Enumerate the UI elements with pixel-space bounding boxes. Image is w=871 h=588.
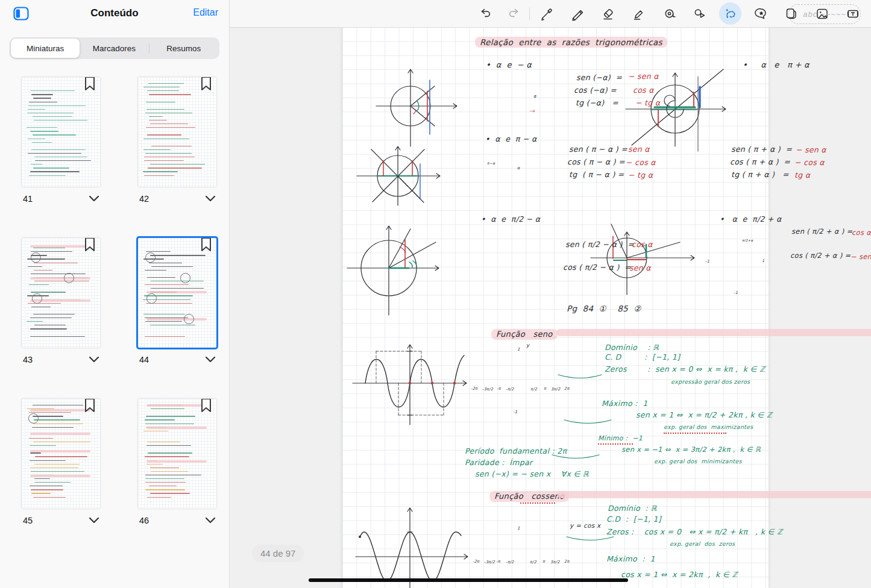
handwriting-text: sen x = −1 ⇔ x = 3π/2 + 2kπ , k ∈ ℝ	[621, 446, 761, 453]
red-dotted-underline	[664, 433, 726, 434]
eraser-tool-button[interactable]	[597, 2, 619, 25]
handwriting-layer: Relação entre as razões trigonométricas•…	[342, 27, 769, 588]
handwriting-text: Máximo : 1	[606, 555, 655, 563]
handwriting-text: cos ( π − α ) =	[567, 158, 625, 166]
thumbnail-page-46[interactable]: 46	[138, 399, 216, 525]
shapes-tool-button[interactable]	[688, 2, 711, 25]
stamp-icon	[754, 7, 769, 21]
handwriting-recognition-pill[interactable]: abc ~~~~~	[788, 4, 861, 24]
tape-icon	[662, 7, 677, 21]
handwriting-text: cos ( π/2 − α ) =	[563, 263, 631, 271]
handwriting-text: Domínio : ℝ	[608, 504, 657, 512]
page-chevron-icon[interactable]	[89, 518, 99, 524]
tab-marcadores[interactable]: Marcadores	[80, 39, 148, 58]
handwriting-text: Período fundamental : 2π	[465, 447, 567, 455]
thumbnail-page-44[interactable]: 44	[138, 238, 216, 364]
handwriting-text: sen (−x) = − sen x ∀x ∈ ℝ	[475, 470, 589, 478]
handwriting-text: y = cos x	[570, 522, 601, 529]
handwriting-text: exp. geral dos minimizantes	[654, 458, 742, 464]
handwriting-text: π	[542, 560, 545, 564]
handwriting-text: -2π	[473, 560, 479, 564]
shapes-icon	[693, 7, 707, 21]
page-chevron-icon[interactable]	[206, 518, 215, 524]
undo-button[interactable]	[474, 2, 497, 25]
handwriting-text: − tg α	[628, 171, 653, 179]
handwriting-text: C.D : [−1, 1]	[606, 515, 661, 523]
tape-tool-button[interactable]	[658, 2, 681, 25]
handwriting-text: sen α	[628, 145, 650, 153]
handwriting-text: α	[533, 95, 536, 99]
redo-button[interactable]	[502, 2, 524, 25]
handwriting-text: α	[517, 166, 520, 170]
page-number-label: 45	[23, 516, 33, 525]
highlighter-tool-button[interactable]	[627, 2, 650, 25]
thumbnail-preview[interactable]	[22, 399, 100, 508]
handwriting-text: − cos α	[794, 158, 825, 166]
notebook-page[interactable]: Relação entre as razões trigonométricas•…	[342, 27, 769, 588]
pen-tool-button[interactable]	[535, 2, 558, 25]
page-chevron-icon[interactable]	[89, 196, 99, 202]
thumbnail-page-42[interactable]: 42	[138, 77, 216, 204]
page-chevron-icon[interactable]	[89, 357, 99, 363]
thumbnail-preview[interactable]	[22, 238, 100, 348]
handwriting-text: 2π	[564, 560, 570, 564]
handwriting-text: − sen α	[796, 146, 826, 154]
redo-icon	[506, 7, 521, 21]
handwriting-text: -3π/2	[484, 560, 495, 565]
home-indicator-bar[interactable]	[309, 578, 628, 582]
handwriting-text: − tg α	[635, 99, 660, 107]
handwriting-text: -1	[513, 410, 518, 414]
handwriting-text: cos (−α) =	[574, 86, 617, 94]
thumbnail-preview[interactable]	[138, 77, 216, 187]
thumbnail-preview[interactable]	[138, 238, 216, 348]
handwriting-text: 3π/2	[550, 560, 560, 565]
handwriting-text: y	[526, 343, 529, 348]
handwriting-text: -2π	[471, 387, 477, 391]
thumbnail-page-41[interactable]: 41	[22, 77, 100, 204]
page-chevron-icon[interactable]	[206, 196, 215, 202]
highlighter-icon	[632, 7, 646, 21]
ai-handwriting-tool-button[interactable]	[719, 2, 741, 25]
handwriting-text: cos x = 1 ⇔ x = 2kπ , k ∈ ℤ	[621, 571, 738, 578]
page-number-label: 44	[139, 355, 149, 364]
ai-lasso-icon	[723, 6, 738, 22]
handwriting-text: -π	[496, 560, 500, 564]
sidebar: Conteúdo Editar Miniaturas Marcadores Re…	[0, 0, 230, 588]
thumbnail-page-43[interactable]: 43	[22, 238, 100, 364]
handwriting-text: 3π/2	[551, 387, 561, 392]
handwriting-text: − sen α	[851, 253, 871, 260]
tab-resumos[interactable]: Resumos	[149, 39, 218, 58]
handwriting-text: sen α	[629, 264, 651, 272]
page-number-label: 41	[23, 194, 33, 204]
handwriting-text: Domínio : ℝ	[605, 343, 659, 351]
thumbnail-preview[interactable]	[22, 77, 100, 187]
thumbnail-page-45[interactable]: 45	[22, 399, 100, 525]
handwriting-text: tg α	[794, 171, 810, 179]
pen-icon	[539, 7, 554, 21]
handwriting-text: Máximo : 1	[602, 399, 648, 407]
handwriting-text: • α e − α	[486, 61, 532, 69]
handwriting-text: sen (−α) =	[576, 74, 622, 81]
handwriting-text: C. D : [−1, 1]	[605, 353, 680, 361]
handwriting-text: Pg 84 ① 85 ②	[567, 304, 641, 313]
handwriting-text: π/2	[530, 560, 536, 565]
handwriting-text: − cos α	[626, 158, 656, 166]
canvas-area[interactable]: Relação entre as razões trigonométricas•…	[229, 27, 871, 588]
handwriting-text: Relação entre as razões trigonométricas	[475, 37, 667, 48]
thumbnail-preview[interactable]	[138, 399, 216, 508]
edit-button[interactable]: Editar	[193, 7, 218, 18]
handwriting-text: Paridade : Ímpar	[465, 458, 532, 466]
page-number-label: 43	[23, 355, 33, 364]
page-chevron-icon[interactable]	[206, 357, 215, 363]
goodnotes-app: Conteúdo Editar Miniaturas Marcadores Re…	[0, 0, 871, 588]
handwriting-text: • α e π − α	[485, 135, 537, 143]
handwriting-text: 1	[517, 527, 520, 531]
tab-miniaturas[interactable]: Miniaturas	[11, 39, 80, 58]
handwriting-text: cos ( π + α ) =	[730, 158, 790, 166]
undo-icon	[479, 7, 493, 21]
handwriting-text: −α	[529, 109, 535, 113]
pencil-tool-button[interactable]	[566, 2, 588, 25]
highlight-bar	[558, 491, 871, 498]
sticker-stamp-button[interactable]	[750, 2, 772, 25]
handwriting-text: • α e π/2 − α	[481, 215, 540, 223]
